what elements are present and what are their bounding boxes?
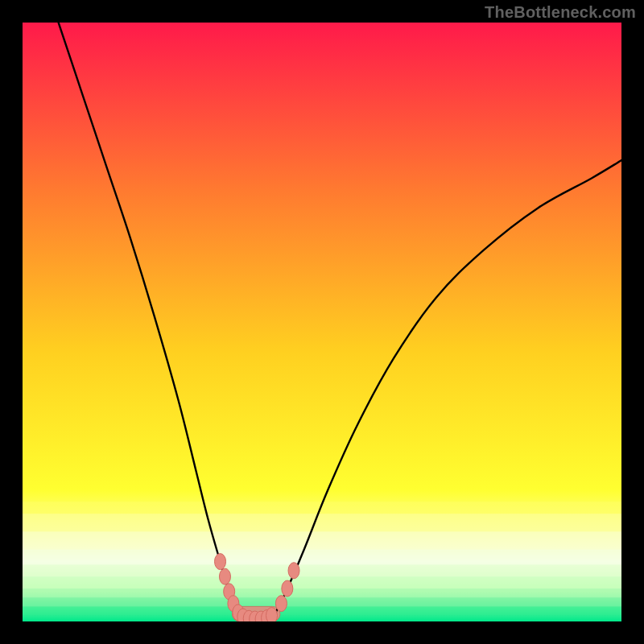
marker-floor-cluster (266, 608, 278, 621)
bottleneck-chart (23, 23, 621, 621)
svg-rect-1 (23, 514, 621, 532)
marker-left-cluster (219, 568, 230, 584)
watermark-label: TheBottleneck.com (485, 3, 636, 22)
svg-rect-3 (23, 550, 621, 566)
svg-rect-5 (23, 576, 621, 589)
marker-right-cluster (282, 580, 293, 597)
svg-rect-7 (23, 597, 621, 607)
gradient-band-strips (23, 502, 621, 615)
svg-rect-6 (23, 588, 621, 598)
svg-rect-2 (23, 531, 621, 550)
svg-rect-8 (23, 606, 621, 615)
marker-left-cluster (215, 554, 226, 570)
marker-right-cluster (288, 563, 299, 579)
marker-right-cluster (275, 596, 287, 612)
chart-frame (23, 23, 621, 621)
svg-rect-4 (23, 564, 621, 577)
